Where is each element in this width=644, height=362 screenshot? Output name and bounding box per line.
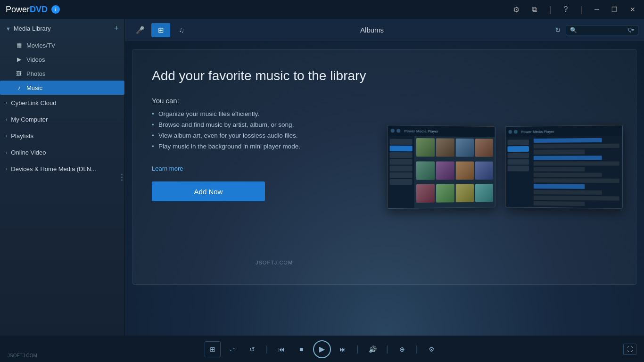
preview-thumb — [436, 138, 454, 156]
search-box[interactable]: 🔍 Q▾ — [566, 25, 638, 35]
search-dropdown-icon[interactable]: Q▾ — [628, 27, 634, 33]
player-sep-4: | — [416, 344, 418, 354]
preview-list-row — [534, 167, 585, 171]
preview-list-row — [534, 178, 619, 183]
prev-button[interactable]: ⏮ — [273, 341, 289, 357]
help-icon[interactable]: ? — [561, 4, 570, 15]
movies-icon: ▦ — [15, 41, 23, 49]
preview-thumb — [475, 161, 493, 180]
sep2: | — [577, 4, 585, 16]
photos-icon: 🖼 — [15, 70, 23, 77]
preview-mini-item — [508, 159, 529, 165]
player-sep-1: | — [266, 344, 268, 354]
preview-mini-item — [390, 152, 413, 158]
shuffle-button[interactable]: ⇌ — [224, 341, 240, 357]
fullscreen-button[interactable]: ⛶ — [623, 344, 636, 355]
chevron-icon: › — [6, 150, 7, 155]
restore-down-icon[interactable]: ⧉ — [529, 4, 540, 15]
sidebar-cyberlink-cloud[interactable]: › CyberLink Cloud — [0, 95, 124, 111]
panel-heading: Add your favorite music to the library — [152, 68, 617, 83]
preview-list-row — [534, 156, 602, 160]
notification-badge[interactable]: i — [51, 5, 60, 14]
add-media-button[interactable]: + — [114, 24, 119, 33]
stop-button[interactable]: ■ — [293, 341, 309, 357]
maximize-button[interactable]: ❐ — [609, 5, 620, 14]
close-button[interactable]: ✕ — [627, 5, 638, 14]
preview-title-text-2: Power Media Player — [521, 129, 554, 134]
preview-list-row — [534, 138, 602, 143]
sidebar-playlists[interactable]: › Playlists — [0, 128, 124, 144]
watermark: JSOFTJ.COM — [256, 260, 293, 265]
preview-thumb — [436, 161, 454, 180]
sidebar-media-library[interactable]: ▼ Media Library + — [0, 19, 124, 38]
play-button[interactable]: ▶ — [313, 340, 331, 358]
preview-list-row — [534, 184, 585, 189]
videos-icon: ▶ — [15, 56, 23, 63]
chevron-icon: › — [6, 117, 7, 122]
search-input[interactable] — [579, 27, 626, 33]
player-sep-2: | — [356, 344, 359, 354]
preview-sidebar-mini — [388, 136, 414, 208]
sidebar-devices-home-media[interactable]: › Devices & Home Media (DLN... — [0, 161, 124, 177]
sidebar-item-music[interactable]: ♪ Music — [0, 81, 124, 95]
main-panel: Add your favorite music to the library Y… — [125, 41, 644, 336]
repeat-button[interactable]: ↺ — [244, 341, 260, 357]
sep1: | — [546, 4, 554, 16]
zoom-button[interactable]: ⊕ — [394, 341, 410, 357]
preview-list-row — [534, 190, 602, 195]
volume-button[interactable]: 🔊 — [364, 341, 380, 357]
preview-sidebar-mini-2 — [506, 137, 531, 207]
grid-button[interactable]: ⊞ — [151, 23, 170, 37]
preview-title-text: Power Media Player — [404, 129, 438, 133]
preview-thumb — [416, 138, 435, 156]
preview-list-row — [534, 173, 602, 177]
chevron-icon: › — [6, 100, 7, 106]
movies-tv-label: Movies/TV — [26, 42, 55, 49]
preview-card-body — [388, 136, 495, 208]
settings-eq-button[interactable]: ⚙ — [423, 341, 439, 357]
refresh-button[interactable]: ↻ — [553, 24, 563, 36]
preview-mini-item — [390, 173, 413, 178]
player-sep-3: | — [386, 344, 388, 354]
preview-thumb — [416, 161, 435, 180]
content-area: 🎤 ⊞ ♫ Albums ↻ 🔍 Q▾ Add your favorite mu… — [125, 19, 644, 336]
next-button[interactable]: ⏭ — [335, 341, 351, 357]
preview-card-albums: Power Media Player — [387, 125, 495, 209]
search-icon: 🔍 — [570, 27, 577, 33]
player-right: ⛶ — [623, 344, 636, 355]
media-library-label: Media Library — [14, 25, 51, 32]
preview-card-header-2: Power Media Player — [506, 125, 622, 137]
sidebar-resize-handle[interactable] — [121, 174, 123, 181]
sidebar-item-videos[interactable]: ▶ Videos — [0, 52, 124, 66]
minimize-button[interactable]: ─ — [592, 5, 602, 14]
window-controls: ⚙ ⧉ | ? | ─ ❐ ✕ — [510, 4, 638, 16]
sidebar: ▼ Media Library + ▦ Movies/TV ▶ Videos 🖼… — [0, 19, 125, 336]
preview-mini-item-active — [508, 146, 529, 152]
preview-list-row — [534, 196, 619, 201]
my-computer-label: My Computer — [11, 116, 48, 123]
mic-button[interactable]: 🎤 — [131, 23, 149, 37]
photos-label: Photos — [26, 70, 45, 77]
grid-view-button[interactable]: ⊞ — [205, 341, 221, 357]
sidebar-item-photos[interactable]: 🖼 Photos — [0, 66, 124, 81]
preview-thumb — [456, 184, 474, 202]
add-now-button[interactable]: Add Now — [152, 181, 265, 201]
preview-mini-item — [508, 140, 529, 145]
music-label: Music — [26, 84, 42, 91]
sidebar-item-movies-tv[interactable]: ▦ Movies/TV — [0, 38, 124, 52]
preview-card-header: Power Media Player — [388, 125, 495, 137]
sidebar-online-video[interactable]: › Online Video — [0, 144, 124, 161]
sidebar-my-computer[interactable]: › My Computer — [0, 111, 124, 128]
chevron-icon: › — [6, 166, 7, 172]
toolbar: 🎤 ⊞ ♫ Albums ↻ 🔍 Q▾ — [125, 19, 644, 41]
player-watermark: JSOFTJ.COM — [8, 353, 37, 358]
main-layout: ▼ Media Library + ▦ Movies/TV ▶ Videos 🖼… — [0, 19, 644, 336]
preview-list-row — [534, 201, 585, 206]
bullet-item-1: Organize your music files efficiently. — [152, 110, 617, 117]
settings-icon[interactable]: ⚙ — [510, 4, 522, 15]
panel-inner: Add your favorite music to the library Y… — [132, 49, 636, 285]
music-icon: ♪ — [15, 84, 23, 91]
player-bar: JSOFTJ.COM ⊞ ⇌ ↺ | ⏮ ■ ▶ ⏭ | 🔊 | ⊕ | ⚙ ⛶ — [0, 336, 644, 362]
music-note-button[interactable]: ♫ — [172, 23, 191, 37]
preview-list-row — [534, 161, 619, 165]
